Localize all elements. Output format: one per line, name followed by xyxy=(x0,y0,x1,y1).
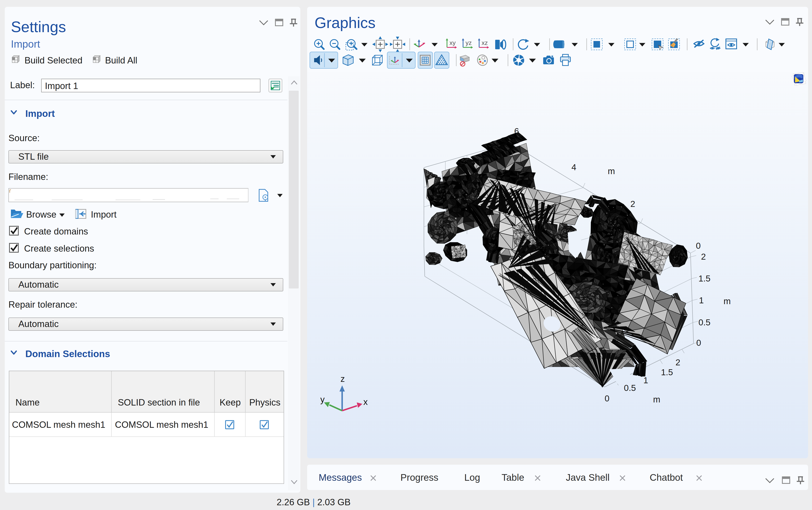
svg-text:1.5: 1.5 xyxy=(661,367,673,377)
svg-text:yz: yz xyxy=(465,39,472,46)
svg-text:2: 2 xyxy=(701,252,706,261)
svg-text:2: 2 xyxy=(630,199,635,209)
svg-text:0: 0 xyxy=(696,241,700,251)
svg-text:y: y xyxy=(320,395,325,404)
svg-text:m: m xyxy=(653,395,660,404)
svg-text:m: m xyxy=(724,296,731,306)
svg-text:m: m xyxy=(608,166,615,176)
svg-text:2: 2 xyxy=(675,358,680,367)
svg-text:0.5: 0.5 xyxy=(698,317,711,327)
svg-text:1: 1 xyxy=(643,375,648,385)
svg-text:0.5: 0.5 xyxy=(624,383,636,393)
svg-text:1.5: 1.5 xyxy=(698,274,711,283)
svg-text:xy: xy xyxy=(449,39,456,46)
svg-text:0: 0 xyxy=(605,394,609,403)
svg-text:x: x xyxy=(363,397,368,407)
svg-text:z: z xyxy=(340,374,345,384)
svg-text:4: 4 xyxy=(571,162,576,172)
svg-text:0: 0 xyxy=(696,338,701,348)
svg-text:xz: xz xyxy=(482,39,488,46)
svg-text:1: 1 xyxy=(699,295,704,305)
